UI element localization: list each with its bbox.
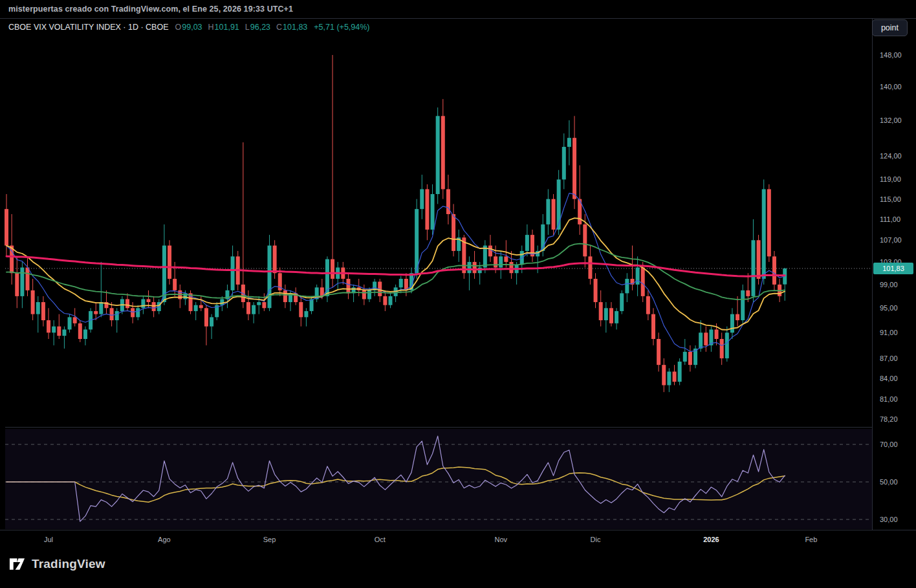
high-value: 101,91 bbox=[215, 23, 239, 32]
low-label: L bbox=[245, 23, 250, 32]
tradingview-brand-text[interactable]: TradingView bbox=[32, 557, 105, 571]
price-axis-label: 111,00 bbox=[880, 215, 900, 223]
panes-background bbox=[0, 19, 916, 530]
price-axis-label: 132,00 bbox=[880, 116, 902, 124]
chart-window: 70,0050,0030,00148,00140,00132,00124,001… bbox=[0, 0, 916, 588]
price-axis-label: 81,00 bbox=[880, 395, 898, 403]
price-axis-label: 87,00 bbox=[880, 354, 898, 362]
price-axis-label: 124,00 bbox=[880, 152, 902, 160]
close-label: C bbox=[276, 23, 282, 32]
high-label: H bbox=[208, 23, 214, 32]
oscillator-axis-label: 70,00 bbox=[880, 441, 898, 448]
time-axis-label: 2026 bbox=[703, 536, 719, 543]
oscillator-axis-label: 50,00 bbox=[880, 478, 898, 486]
point-button[interactable]: point bbox=[872, 19, 908, 36]
price-axis-label: 107,00 bbox=[880, 236, 902, 244]
time-axis-label: Feb bbox=[805, 536, 817, 543]
open-label: O bbox=[175, 23, 182, 32]
footer: TradingView bbox=[8, 556, 105, 572]
price-axis[interactable]: 70,0050,0030,00148,00140,00132,00124,001… bbox=[880, 51, 902, 523]
time-axis-label: Nov bbox=[494, 536, 507, 543]
price-axis-label: 148,00 bbox=[880, 51, 902, 59]
tradingview-logo-icon[interactable] bbox=[8, 556, 26, 572]
price-axis-label: 78,20 bbox=[880, 415, 898, 423]
price-axis-label: 91,00 bbox=[880, 329, 898, 336]
price-axis-label: 84,00 bbox=[880, 375, 898, 382]
price-axis-label: 140,00 bbox=[880, 83, 902, 91]
low-value: 96,23 bbox=[250, 23, 270, 32]
change-value: +5,71 (+5,94%) bbox=[314, 23, 369, 32]
moving-averages-layer bbox=[6, 193, 785, 352]
price-axis-label: 95,00 bbox=[880, 304, 898, 312]
chart-canvas[interactable]: 70,0050,0030,00148,00140,00132,00124,001… bbox=[0, 0, 916, 588]
time-axis[interactable]: JulAgoSepOctNovDic2026Feb bbox=[44, 536, 817, 543]
current-price-tag: 101,83 bbox=[873, 263, 913, 274]
time-axis-label: Jul bbox=[44, 536, 53, 543]
price-axis-label: 115,00 bbox=[880, 195, 901, 203]
open-value: 99,03 bbox=[182, 23, 202, 32]
candles-layer bbox=[5, 55, 787, 392]
top-bar: misterpuertas creado con TradingView.com… bbox=[0, 0, 916, 18]
ohlc-values: O99,03 H101,91 L96,23 C101,83 bbox=[175, 23, 308, 32]
close-value: 101,83 bbox=[283, 23, 307, 32]
attribution-text: misterpuertas creado con TradingView.com… bbox=[8, 5, 293, 14]
time-axis-label: Sep bbox=[263, 536, 276, 543]
time-axis-label: Oct bbox=[375, 536, 386, 543]
current-price-text: 101,83 bbox=[882, 265, 904, 272]
price-axis-label: 99,00 bbox=[880, 281, 898, 289]
time-axis-label: Ago bbox=[158, 536, 171, 543]
time-axis-label: Dic bbox=[591, 536, 601, 543]
symbol-legend[interactable]: CBOE VIX VOLATILITY INDEX · 1D · CBOE O9… bbox=[8, 23, 369, 32]
symbol-title: CBOE VIX VOLATILITY INDEX · 1D · CBOE bbox=[8, 23, 169, 32]
oscillator-axis-label: 30,00 bbox=[880, 516, 898, 523]
price-axis-label: 119,00 bbox=[880, 175, 901, 183]
